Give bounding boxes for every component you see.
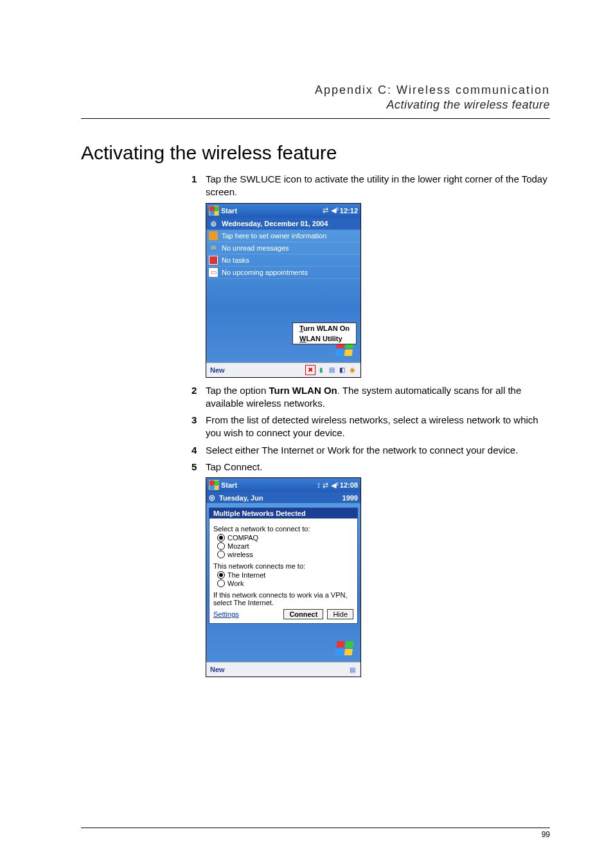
figure-2: Start ⟟ ⇄ ◀ᴱ 12:08 ◎ Tuesday, Jun 1999 M… bbox=[206, 477, 550, 677]
figure-1: Start ⇄ ◀ᴱ 12:12 ◎ Wednesday, December 0… bbox=[206, 203, 550, 378]
tray-status-icon[interactable]: ◧ bbox=[337, 366, 346, 375]
system-tray: ▤ bbox=[348, 665, 357, 674]
step-number: 3 bbox=[191, 414, 206, 440]
calendar-icon: ▭ bbox=[209, 268, 218, 277]
select-network-prompt: Select a network to connect to: bbox=[213, 525, 353, 533]
page-footer: 99 bbox=[81, 828, 550, 839]
tray-network-icon[interactable]: ▤ bbox=[327, 366, 336, 375]
today-date-row[interactable]: ◎ Wednesday, December 01, 2004 bbox=[206, 218, 360, 230]
header-subtitle: Activating the wireless feature bbox=[81, 98, 550, 112]
connects-to-prompt: This network connects me to: bbox=[213, 562, 353, 570]
appendix-label: Appendix C: Wireless communication bbox=[81, 84, 550, 97]
radio-icon bbox=[217, 580, 225, 587]
steps-list: 1 Tap the SWLUCE icon to activate the ut… bbox=[191, 173, 550, 199]
today-owner-row[interactable]: Tap here to set owner information bbox=[206, 230, 360, 242]
section-title: Activating the wireless feature bbox=[81, 142, 550, 164]
radio-icon bbox=[217, 551, 225, 558]
steps-list-cont: 2 Tap the option Turn WLAN On. The syste… bbox=[191, 384, 550, 474]
date-text: Wednesday, December 01, 2004 bbox=[222, 220, 328, 227]
vpn-note: If this network connects to work via a V… bbox=[213, 591, 353, 607]
dest-option-internet[interactable]: The Internet bbox=[217, 571, 353, 579]
owner-text: Tap here to set owner information bbox=[222, 232, 326, 240]
dest-option-work[interactable]: Work bbox=[217, 580, 353, 587]
step-text: Tap Connect. bbox=[206, 461, 550, 474]
step-4: 4 Select either The Internet or Work for… bbox=[191, 444, 550, 457]
network-option-wireless[interactable]: wireless bbox=[217, 551, 353, 558]
tasks-text: No tasks bbox=[222, 256, 249, 264]
owner-card-icon bbox=[209, 231, 218, 240]
networks-dialog: Multiple Networks Detected Select a netw… bbox=[209, 508, 358, 624]
dialog-title: Multiple Networks Detected bbox=[209, 508, 357, 518]
calendar-text: No upcoming appointments bbox=[222, 269, 308, 276]
today-wallpaper: Turn WLAN On WLAN Utility bbox=[206, 279, 360, 362]
start-label[interactable]: Start bbox=[221, 481, 237, 489]
connectivity-icon[interactable]: ⇄ bbox=[323, 206, 328, 215]
tray-network-icon[interactable]: ▤ bbox=[348, 665, 357, 674]
menu-turn-wlan-on[interactable]: Turn WLAN On bbox=[293, 323, 356, 333]
new-softkey[interactable]: New bbox=[210, 666, 225, 673]
step-text: Select either The Internet or Work for t… bbox=[206, 444, 550, 457]
radio-icon bbox=[217, 571, 225, 579]
today-calendar-row[interactable]: ▭ No upcoming appointments bbox=[206, 267, 360, 279]
settings-link[interactable]: Settings bbox=[213, 610, 239, 618]
step-text: Tap the option Turn WLAN On. The system … bbox=[206, 384, 550, 411]
network-option-mozart[interactable]: Mozart bbox=[217, 542, 353, 550]
title-bar[interactable]: Start ⇄ ◀ᴱ 12:12 bbox=[206, 204, 360, 218]
network-option-compaq[interactable]: COMPAQ bbox=[217, 534, 353, 542]
globe-icon: ◎ bbox=[209, 493, 215, 502]
windows-flag-icon[interactable] bbox=[209, 206, 219, 216]
step-text: Tap the SWLUCE icon to activate the util… bbox=[206, 173, 550, 199]
step-text: From the list of detected wireless netwo… bbox=[206, 414, 550, 440]
clock[interactable]: 12:08 bbox=[340, 481, 358, 489]
menu-wlan-utility[interactable]: WLAN Utility bbox=[293, 333, 356, 344]
title-bar[interactable]: Start ⟟ ⇄ ◀ᴱ 12:08 bbox=[206, 478, 360, 492]
mail-text: No unread messages bbox=[222, 244, 289, 252]
step-number: 1 bbox=[191, 173, 206, 199]
step-5: 5 Tap Connect. bbox=[191, 461, 550, 474]
pda-network-dialog-screen: Start ⟟ ⇄ ◀ᴱ 12:08 ◎ Tuesday, Jun 1999 M… bbox=[206, 477, 361, 677]
tray-disabled-icon[interactable]: ✖ bbox=[305, 365, 315, 375]
start-label[interactable]: Start bbox=[221, 207, 237, 215]
new-softkey[interactable]: New bbox=[210, 366, 225, 374]
date-text: Tuesday, Jun bbox=[219, 494, 263, 502]
command-bar: New ▤ bbox=[206, 662, 360, 677]
pda-today-screen: Start ⇄ ◀ᴱ 12:12 ◎ Wednesday, December 0… bbox=[206, 203, 361, 378]
radio-icon bbox=[217, 534, 225, 542]
page-header: Appendix C: Wireless communication Activ… bbox=[81, 84, 550, 112]
volume-icon[interactable]: ◀ᴱ bbox=[331, 206, 339, 215]
system-tray: ✖ ▮ ▤ ◧ ◉ bbox=[305, 365, 357, 375]
year-text: 1999 bbox=[342, 494, 358, 502]
windows-flag-icon[interactable] bbox=[209, 480, 219, 490]
windows-logo-icon bbox=[335, 641, 355, 657]
antenna-icon[interactable]: ⟟ bbox=[317, 481, 320, 490]
swluce-tray-icon[interactable]: ◉ bbox=[348, 366, 357, 375]
connectivity-icon[interactable]: ⇄ bbox=[323, 481, 328, 490]
header-rule bbox=[81, 118, 550, 119]
swluce-popup-menu: Turn WLAN On WLAN Utility bbox=[292, 323, 357, 344]
step-number: 5 bbox=[191, 461, 206, 474]
today-items: ◎ Wednesday, December 01, 2004 Tap here … bbox=[206, 218, 360, 279]
today-tasks-row[interactable]: No tasks bbox=[206, 254, 360, 267]
step-1: 1 Tap the SWLUCE icon to activate the ut… bbox=[191, 173, 550, 199]
command-bar: New ✖ ▮ ▤ ◧ ◉ bbox=[206, 362, 360, 377]
hide-button[interactable]: Hide bbox=[327, 609, 353, 619]
connect-button[interactable]: Connect bbox=[283, 609, 323, 619]
volume-icon[interactable]: ◀ᴱ bbox=[331, 481, 339, 490]
today-date-row: ◎ Tuesday, Jun 1999 bbox=[206, 492, 360, 503]
document-page: Appendix C: Wireless communication Activ… bbox=[0, 0, 613, 868]
step-3: 3 From the list of detected wireless net… bbox=[191, 414, 550, 440]
step-2: 2 Tap the option Turn WLAN On. The syste… bbox=[191, 384, 550, 411]
radio-icon bbox=[217, 542, 225, 550]
tasks-icon bbox=[209, 256, 218, 265]
page-number: 99 bbox=[542, 830, 550, 839]
step-number: 2 bbox=[191, 384, 206, 411]
clock[interactable]: 12:12 bbox=[340, 207, 358, 215]
today-mail-row[interactable]: ✉ No unread messages bbox=[206, 242, 360, 254]
mail-icon: ✉ bbox=[209, 244, 218, 252]
globe-icon: ◎ bbox=[209, 219, 218, 228]
tray-signal-icon[interactable]: ▮ bbox=[317, 366, 326, 375]
step-number: 4 bbox=[191, 444, 206, 457]
